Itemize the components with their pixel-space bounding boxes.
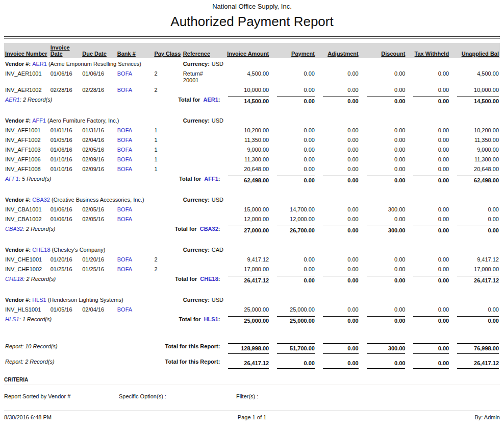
vendor-name: (Aero Furniture Factory, Inc.) [47, 117, 119, 124]
cell-bank: BOFA [116, 155, 154, 164]
cell-value-discount: 0.00 [394, 306, 405, 313]
bank-link[interactable]: BOFA [117, 156, 132, 162]
vendor-code-link[interactable]: AFF1 [204, 176, 218, 182]
vendor-code-link[interactable]: CBA32 [200, 226, 218, 232]
bank-link[interactable]: BOFA [117, 266, 132, 272]
total-rule: 25,000.00 [228, 316, 269, 325]
invoice-row: INV_CHE100201/25/1601/25/16BOFA217,000.0… [4, 265, 500, 274]
cell-unapplied_bal: 0.00 [450, 205, 500, 214]
total-value: 0.00 [347, 277, 358, 283]
cell-payment: 0.00 [270, 255, 316, 265]
vendor-info-cell: Vendor #:AER1(Acme Emporium Reselling Se… [4, 58, 182, 69]
cell-value-payment: 0.00 [304, 147, 315, 153]
bank-link[interactable]: BOFA [117, 306, 132, 313]
total-value: 26,417.12 [474, 277, 499, 283]
vendor-code-link[interactable]: AFF1 [32, 117, 46, 124]
cell-invoice_amount: 11,350.00 [221, 135, 270, 145]
column-header-label: Pay Class [154, 51, 181, 57]
bank-link[interactable]: BOFA [117, 206, 132, 212]
vendor-code-link[interactable]: AFF1 [5, 176, 19, 182]
reference-line: 20001 [183, 77, 220, 84]
vendor-code-link[interactable]: HLS1 [32, 297, 46, 303]
total-value: 0.00 [304, 98, 315, 104]
cell-tax_withheld: 0.00 [406, 265, 450, 274]
vendor-total-amount: 26,417.12 [221, 274, 270, 286]
invoice-row: INV_AER100202/28/1602/28/16BOFA210,000.0… [4, 85, 500, 95]
cell-value-due_date: 02/09/16 [82, 156, 104, 162]
bank-link[interactable]: BOFA [117, 256, 132, 263]
cell-invoice_number: INV_CBA1002 [4, 214, 49, 224]
bank-link[interactable]: BOFA [117, 147, 132, 153]
table-header: Invoice NumberInvoice DateDue DateBank #… [4, 43, 500, 58]
invoice-row: INV_HLS100101/05/1602/04/16BOFA25,000.00… [4, 305, 500, 315]
bank-link[interactable]: BOFA [117, 216, 132, 222]
bank-link[interactable]: BOFA [117, 137, 132, 143]
vendor-code-link[interactable]: CHE18 [5, 276, 23, 282]
column-header-label: Invoice Date [51, 44, 70, 57]
vendor-code-link[interactable]: HLS1 [204, 316, 218, 322]
cell-value-invoice_amount: 15,000.00 [244, 206, 269, 212]
bank-link[interactable]: BOFA [117, 70, 132, 77]
cell-value-adjustment: 0.00 [347, 206, 358, 212]
report-total-value: 76,998.00 [474, 345, 499, 351]
vendor-code-link[interactable]: AER1 [203, 97, 218, 103]
total-rule: 26,417.12 [457, 276, 499, 284]
cell-unapplied_bal: 9,000.00 [450, 145, 500, 155]
column-header-label: Payment [291, 51, 315, 57]
vendor-code-link[interactable]: CBA32 [32, 197, 50, 203]
vendor-total-amount: 0.00 [450, 224, 500, 236]
currency-value: USD [212, 61, 223, 67]
cell-reference: Return#20001 [182, 69, 221, 85]
criteria-specific-options-label: Specific Option(s) : [119, 393, 236, 399]
cell-reference [182, 85, 221, 95]
report-total-value: 0.00 [394, 360, 405, 366]
total-rule: 0.00 [277, 276, 315, 284]
vendor-code-link[interactable]: HLS1 [5, 316, 19, 322]
record-count-text: 5 Record(s) [22, 176, 51, 182]
cell-invoice_date: 01/20/16 [49, 255, 82, 265]
column-header-unapplied_bal: Unapplied Bal [450, 43, 500, 58]
cell-bank: BOFA [116, 164, 154, 174]
cell-payment: 14,700.00 [270, 205, 316, 214]
report-total-rule: 300.00 [367, 343, 406, 354]
vendor-code-link[interactable]: AER1 [32, 61, 47, 67]
cell-tax_withheld: 0.00 [406, 145, 450, 155]
cell-tax_withheld: 0.00 [406, 214, 450, 224]
cell-discount: 300.00 [360, 205, 407, 214]
cell-value-invoice_number: INV_AFF1003 [5, 147, 41, 153]
total-value: 0.00 [488, 318, 499, 324]
report-total-amount: 0.00 [270, 355, 316, 370]
vendor-name: (Henderson Lighting Systems) [48, 297, 123, 303]
cell-pay_class [153, 305, 182, 315]
cell-value-tax_withheld: 0.00 [438, 70, 449, 77]
total-rule: 0.00 [457, 316, 499, 325]
record-count-text: 2 Record(s) [23, 97, 52, 103]
bank-link[interactable]: BOFA [117, 166, 132, 172]
cell-value-payment: 0.00 [304, 137, 315, 143]
vendor-code-link[interactable]: CBA32 [5, 226, 23, 232]
column-header-pay_class: Pay Class [153, 43, 182, 58]
total-rule: 14,500.00 [228, 97, 269, 105]
bank-link[interactable]: BOFA [117, 87, 132, 93]
cell-value-discount: 0.00 [394, 216, 405, 222]
vendor-total-amount: 0.00 [450, 315, 500, 326]
cell-pay_class: 1 [153, 145, 182, 155]
cell-invoice_date: 01/25/16 [49, 265, 82, 274]
vendor-total-amount: 0.00 [316, 95, 360, 107]
cell-discount: 0.00 [360, 135, 407, 145]
vendor-name: (Creative Business Accessories, Inc.) [52, 197, 144, 203]
reference-line: Return# [183, 70, 220, 77]
vendor-code-link[interactable]: CHE18 [32, 247, 50, 253]
vendor-code-link[interactable]: CHE18 [200, 276, 218, 282]
cell-value-invoice_number: INV_CBA1002 [5, 216, 42, 222]
footer-page-number: Page 1 of 1 [169, 414, 335, 420]
vendor-code-link[interactable]: AER1 [5, 97, 20, 103]
cell-adjustment: 0.00 [316, 205, 360, 214]
cell-due_date: 02/04/16 [81, 305, 116, 315]
cell-due_date: 02/04/16 [81, 135, 116, 145]
total-colon: : [218, 97, 220, 103]
vendor-header-row: Vendor #:CHE18(Chesley's Company)Currenc… [4, 244, 500, 255]
bank-link[interactable]: BOFA [117, 127, 132, 133]
cell-discount: 0.00 [360, 155, 407, 164]
cell-invoice_date: 01/06/16 [49, 214, 82, 224]
